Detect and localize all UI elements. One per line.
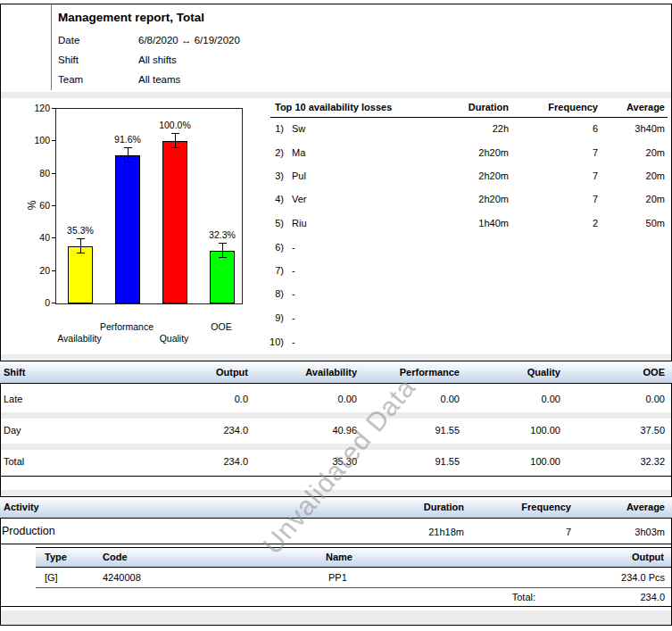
- shift-performance: 91.55: [435, 425, 460, 436]
- loss-average: 20m: [646, 194, 665, 204]
- loss-name: -: [292, 288, 295, 299]
- column-header-output: Output: [632, 552, 664, 562]
- column-header-average: Average: [626, 502, 665, 512]
- shift-name: Day: [4, 425, 21, 436]
- loss-name: -: [292, 265, 295, 276]
- column-header-type: Type: [45, 552, 67, 562]
- date-range-value: 6/8/2020 ↔ 6/19/2020: [138, 35, 240, 46]
- loss-rank: 9): [275, 312, 284, 323]
- table-bottom-line: [0, 606, 672, 607]
- shift-ooe: 0.00: [646, 394, 665, 404]
- error-bar-cap: [77, 238, 85, 239]
- header-divider-line: [51, 4, 52, 90]
- column-header-activity: Activity: [4, 502, 39, 512]
- type-table-header: Type Code Name Output: [36, 547, 671, 568]
- loss-frequency: 7: [593, 194, 598, 204]
- footer-band: [1, 610, 671, 625]
- loss-frequency: 6: [593, 123, 598, 134]
- loss-row: 5) Riu 1h40m 2 50m: [0, 217, 672, 231]
- loss-frequency: 2: [593, 218, 598, 228]
- loss-row: 7) -: [0, 264, 672, 278]
- loss-row: 3) Pul 2h20m 7 20m: [0, 170, 672, 184]
- shift-performance: 0.00: [441, 394, 460, 404]
- loss-rank: 5): [275, 218, 284, 228]
- losses-column-frequency: Frequency: [548, 102, 598, 112]
- shift-label: Shift: [58, 54, 79, 65]
- column-header-duration: Duration: [424, 502, 464, 512]
- loss-rank: 10): [270, 336, 284, 347]
- shift-availability: 0.00: [338, 394, 357, 404]
- loss-rank: 7): [275, 265, 284, 276]
- shift-name: Late: [4, 394, 22, 404]
- shift-ooe: 37.50: [640, 425, 665, 436]
- shift-value: All shifts: [138, 54, 177, 65]
- error-bar-cap: [124, 162, 132, 162]
- loss-duration: 2h20m: [478, 147, 509, 158]
- loss-name: -: [292, 336, 295, 347]
- shift-output: 234.0: [223, 456, 248, 467]
- product-code: 4240008: [103, 572, 141, 583]
- loss-row: 9) -: [0, 311, 672, 326]
- activity-duration: 21h18m: [428, 527, 464, 537]
- team-label: Team: [58, 74, 83, 85]
- shift-row-late: Late 0.0 0.00 0.00 0.00 0.00: [0, 387, 672, 412]
- loss-rank: 8): [275, 288, 284, 299]
- section-separator: [1, 354, 671, 361]
- shift-quality: 100.00: [530, 456, 560, 467]
- loss-name: Riu: [292, 218, 307, 228]
- total-label: Total:: [512, 592, 535, 602]
- activity-table-header: Activity Duration Frequency Average: [0, 496, 672, 519]
- loss-frequency: 7: [593, 170, 598, 181]
- loss-rank: 4): [275, 194, 284, 204]
- shift-quality: 100.00: [530, 425, 560, 436]
- activity-name: Production: [2, 525, 55, 537]
- column-header-ooe: OOE: [643, 367, 665, 378]
- column-header-name: Name: [326, 552, 353, 562]
- total-row: Total: 234.0: [0, 589, 672, 605]
- y-axis-tick-label: 100: [23, 135, 50, 145]
- loss-average: 3h40m: [635, 123, 665, 134]
- date-label: Date: [58, 35, 79, 46]
- activity-average: 3h03m: [635, 527, 665, 537]
- column-header-shift: Shift: [4, 367, 25, 378]
- total-separator-line: [36, 587, 671, 588]
- column-header-frequency: Frequency: [521, 502, 571, 512]
- row-separator: [1, 412, 671, 419]
- shift-quality: 0.00: [542, 394, 560, 404]
- y-axis-tick-mark: [52, 140, 55, 141]
- report-title: Management report, Total: [58, 11, 204, 24]
- loss-row: 8) -: [0, 287, 672, 302]
- y-axis-tick-mark: [52, 237, 55, 238]
- losses-column-average: Average: [626, 102, 665, 112]
- loss-duration: 22h: [493, 123, 509, 134]
- loss-rank: 1): [275, 123, 284, 134]
- product-name: PP1: [328, 572, 347, 583]
- shift-ooe: 32.32: [640, 456, 665, 467]
- y-axis-tick-mark: [52, 108, 55, 109]
- loss-name: -: [292, 312, 295, 323]
- loss-name: Ma: [292, 147, 305, 158]
- total-value: 234.0: [640, 592, 665, 602]
- loss-duration: 2h20m: [478, 194, 509, 204]
- shift-table-header: Shift Output Availability Performance Qu…: [0, 361, 672, 384]
- loss-row: 6) -: [0, 241, 672, 255]
- loss-duration: 1h40m: [478, 218, 509, 228]
- column-header-quality: Quality: [527, 367, 560, 378]
- shift-name: Total: [4, 456, 24, 467]
- product-output: 234.0 Pcs: [621, 572, 665, 583]
- loss-average: 20m: [646, 170, 665, 181]
- product-type: [G]: [45, 572, 58, 583]
- y-axis-tick-mark: [52, 303, 55, 303]
- loss-frequency: 7: [593, 147, 598, 158]
- loss-average: 20m: [646, 147, 665, 158]
- shift-row-day: Day 234.0 40.96 91.55 100.00 37.50: [0, 419, 672, 444]
- error-bar-cap: [219, 257, 227, 258]
- loss-duration: 2h20m: [478, 170, 509, 181]
- losses-column-duration: Duration: [469, 102, 509, 112]
- column-header-output: Output: [216, 367, 248, 378]
- report-page: Management report, Total Date 6/8/2020 ↔…: [0, 0, 672, 631]
- activity-frequency: 7: [566, 527, 571, 537]
- loss-rank: 2): [275, 147, 284, 158]
- shift-output: 234.0: [223, 425, 248, 436]
- page-border-bottom: [0, 625, 672, 626]
